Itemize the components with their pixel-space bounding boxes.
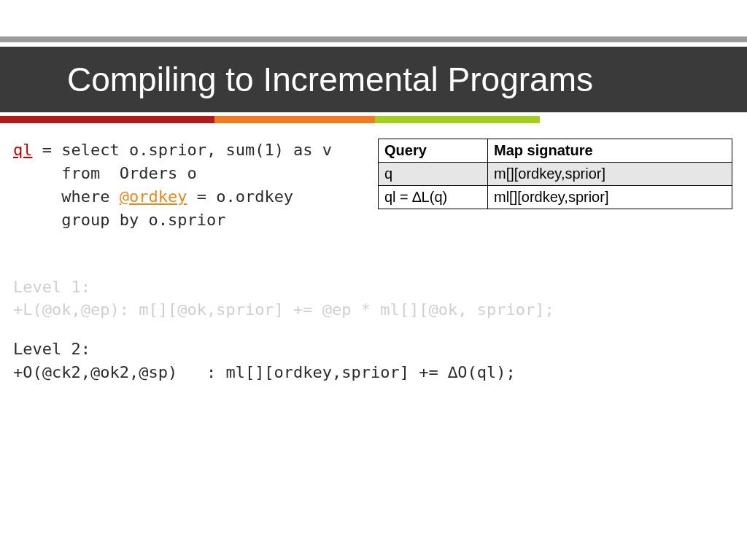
accent-green — [375, 116, 540, 123]
ordkey-param: @ordkey — [120, 187, 187, 206]
slide-title: Compiling to Incremental Programs — [67, 60, 593, 99]
level2-label: Level 2: — [13, 338, 734, 361]
top-grey-stripe — [0, 36, 747, 42]
table-header-query: Query — [379, 139, 488, 163]
level2-line: +O(@ck2,@ok2,@sp) : ml[][ordkey,sprior] … — [13, 361, 734, 384]
code-text: from Orders o — [13, 164, 197, 182]
table-header-mapsig: Map signature — [488, 139, 732, 163]
accent-bar — [0, 116, 747, 123]
table-cell: ql = ∆L(q) — [379, 186, 488, 209]
slide-content: ql = select o.sprior, sum(1) as v from O… — [13, 139, 734, 384]
table-row: q m[][ordkey,sprior] — [379, 163, 732, 186]
level2-block: Level 2: +O(@ck2,@ok2,@sp) : ml[][ordkey… — [13, 338, 734, 384]
table-header-row: Query Map signature — [379, 139, 732, 163]
level1-block: Level 1: +L(@ok,@ep): m[][@ok,sprior] +=… — [13, 276, 734, 322]
code-text: = o.ordkey — [187, 187, 293, 206]
map-signature-table: Query Map signature q m[][ordkey,sprior]… — [378, 139, 732, 209]
table-row: ql = ∆L(q) ml[][ordkey,sprior] — [379, 186, 732, 209]
title-bar: Compiling to Incremental Programs — [0, 47, 747, 112]
ql-keyword: ql — [13, 141, 33, 159]
accent-rest — [540, 116, 747, 123]
table-cell: m[][ordkey,sprior] — [488, 163, 732, 186]
accent-red — [0, 116, 214, 123]
code-text: where — [13, 187, 120, 206]
level1-line: +L(@ok,@ep): m[][@ok,sprior] += @ep * ml… — [13, 298, 734, 322]
code-text: group by o.sprior — [13, 211, 225, 229]
table-cell: q — [379, 163, 488, 186]
table-cell: ml[][ordkey,sprior] — [488, 186, 732, 209]
level1-label: Level 1: — [13, 276, 734, 299]
code-line: group by o.sprior — [13, 209, 734, 232]
accent-orange — [214, 116, 375, 123]
code-text: = select o.sprior, sum(1) as v — [33, 141, 333, 159]
